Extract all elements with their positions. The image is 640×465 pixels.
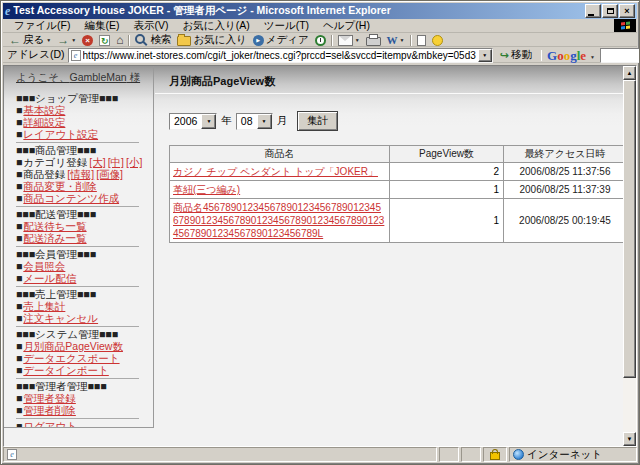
sidebar-link-product-edit-delete[interactable]: 商品変更・削除 [23, 180, 97, 192]
stop-button[interactable]: × [79, 34, 96, 47]
aggregate-button[interactable]: 集計 [297, 111, 338, 131]
period-form: 2006 ▼ 年 08 ▼ 月 集計 [169, 111, 623, 131]
sidebar-link-basic-settings[interactable]: 基本設定 [23, 104, 65, 116]
bullet-icon: ■ [16, 104, 22, 116]
sidebar-link-order-cancel[interactable]: 注文キャンセル [23, 312, 98, 324]
scroll-down-button[interactable]: ▼ [623, 432, 636, 446]
scroll-up-button[interactable]: ▲ [623, 66, 636, 80]
chevron-down-icon: ▼ [46, 37, 51, 43]
go-arrow-icon: ↪ [500, 49, 509, 62]
search-icon [135, 34, 145, 44]
google-letter: e [580, 48, 586, 63]
product-link[interactable]: カジノ チップ ペンダント トップ「JOKER」 [173, 166, 378, 177]
sidebar-header-admin-management: ■■■管理者管理■■■ [16, 380, 149, 392]
sidebar-link-member-inquiry[interactable]: 会員照会 [23, 260, 65, 272]
bullet-icon: ■ [16, 392, 22, 404]
welcome-user-link[interactable]: GambleMan [69, 71, 126, 83]
address-dropdown-button[interactable]: ▼ [478, 49, 492, 62]
sidebar-link-layout-settings[interactable]: レイアウト設定 [23, 128, 98, 140]
favorites-button[interactable]: お気に入り [174, 34, 249, 47]
word-edit-icon: W [387, 35, 398, 46]
minimize-button[interactable] [585, 4, 601, 18]
home-button[interactable]: ⌂ [113, 34, 126, 47]
welcome-text: ようこそ、GambleMan 様 [16, 71, 149, 83]
go-button[interactable]: ↪ 移動 [496, 48, 536, 63]
sidebar-item-logout: ■ログアウト [16, 420, 149, 428]
sidebar-header-shop-management: ■■■ショップ管理■■■ [16, 92, 149, 104]
chevron-down-icon: ▼ [482, 52, 487, 58]
bullet-icon: ■ [16, 272, 22, 284]
sidebar-link-data-import[interactable]: データインポート [23, 364, 108, 376]
status-security-section [483, 447, 507, 462]
refresh-button[interactable]: ↻ [96, 34, 113, 47]
maximize-button[interactable] [602, 4, 618, 18]
google-search-input[interactable]: ▼ [600, 48, 640, 63]
menu-file[interactable]: ファイル(F) [7, 19, 77, 33]
sidebar-link-shipping-done[interactable]: 配送済み一覧 [23, 232, 86, 244]
sidebar-link-mail-delivery[interactable]: メール配信 [23, 272, 76, 284]
toolbar: ← 戻る ▼ → ▼ × ↻ ⌂ 検索 お気に入り ▶ メディア ▼ [3, 34, 637, 47]
product-link[interactable]: 商品名4567890123456789012345678901234567890… [173, 202, 384, 239]
sidebar-item-shipping-waiting: ■配送待ち一覧 [16, 220, 149, 232]
edit-button[interactable]: W ▼ [384, 34, 408, 47]
menu-tools[interactable]: ツール(T) [257, 19, 316, 33]
close-button[interactable]: × [619, 4, 635, 18]
media-icon: ▶ [253, 35, 264, 46]
forward-button[interactable]: → ▼ [54, 34, 79, 47]
sidebar-item-category-register: ■カテゴリ登録[大][中][小] [16, 156, 149, 168]
menu-view[interactable]: 表示(V) [126, 19, 175, 33]
page-title: 月別商品PageView数 [155, 66, 623, 94]
sidebar-link-admin-delete[interactable]: 管理者削除 [23, 404, 76, 416]
sidebar-link-product-info[interactable]: [情報] [67, 168, 94, 180]
sidebar-link-data-export[interactable]: データエクスポート [23, 352, 119, 364]
vertical-scrollbar[interactable]: ▲ ▼ [623, 66, 636, 446]
sidebar-link-detail-settings[interactable]: 詳細設定 [23, 116, 65, 128]
menu-bar: ファイル(F) 編集(E) 表示(V) お気に入り(A) ツール(T) ヘルプ(… [3, 19, 637, 33]
google-letter: G [547, 48, 557, 63]
sidebar-header-member-management: ■■■会員管理■■■ [16, 248, 149, 260]
search-button[interactable]: 検索 [132, 34, 174, 47]
sidebar-link-category-large[interactable]: [大] [89, 156, 105, 168]
sidebar-divider [16, 246, 139, 247]
address-input[interactable]: e https://www.inet-stores.com/cgi/t_joke… [68, 48, 493, 63]
discuss-button[interactable] [414, 34, 429, 47]
column-header-pageviews: PageView数 [390, 146, 504, 163]
sidebar-header-sales-management: ■■■売上管理■■■ [16, 288, 149, 300]
sidebar-link-product-image[interactable]: [画像] [96, 168, 123, 180]
refresh-icon: ↻ [99, 35, 110, 46]
sidebar-link-monthly-pageview[interactable]: 月別商品PageView数 [23, 340, 123, 352]
menu-favorites[interactable]: お気に入り(A) [175, 19, 256, 33]
year-select[interactable]: 2006 ▼ [169, 113, 217, 130]
product-link[interactable]: 革紐(三つ編み) [173, 184, 240, 195]
sidebar-link-shipping-waiting[interactable]: 配送待ち一覧 [23, 220, 86, 232]
sidebar-link-category-medium[interactable]: [中] [108, 156, 124, 168]
sidebar-link-category-small[interactable]: [小] [126, 156, 142, 168]
scrollbar-thumb[interactable] [623, 80, 636, 378]
sidebar-link-admin-register[interactable]: 管理者登録 [23, 392, 76, 404]
window-title: Test Accessory House JOKER - 管理者用ページ - M… [13, 4, 582, 18]
favorites-label: お気に入り [193, 33, 246, 47]
chevron-down-icon[interactable]: ▼ [257, 114, 272, 129]
sidebar-link-sales-summary[interactable]: 売上集計 [23, 300, 65, 312]
toolbar-separator [410, 35, 412, 46]
messenger-button[interactable] [429, 34, 446, 47]
sidebar-link-logout[interactable]: ログアウト [23, 420, 77, 428]
last-access-value: 2006/08/25 11:37:56 [504, 163, 627, 181]
back-icon: ← [9, 35, 21, 46]
month-select[interactable]: 08 ▼ [236, 113, 273, 130]
welcome-prefix: ようこそ、 [16, 71, 69, 83]
sidebar: ようこそ、GambleMan 様 ■■■ショップ管理■■■ ■基本設定 ■詳細設… [4, 66, 154, 428]
media-button[interactable]: ▶ メディア [250, 34, 312, 47]
mail-button[interactable]: ▼ [335, 34, 363, 47]
product-register-label: 商品登録 [23, 168, 65, 180]
toolbar-separator [541, 50, 542, 61]
menu-help[interactable]: ヘルプ(H) [316, 19, 377, 33]
sidebar-link-product-content-create[interactable]: 商品コンテンツ作成 [23, 192, 119, 204]
back-button[interactable]: ← 戻る ▼ [6, 34, 54, 47]
menu-edit[interactable]: 編集(E) [77, 19, 126, 33]
print-button[interactable] [363, 34, 384, 47]
sidebar-divider [16, 378, 139, 379]
history-button[interactable] [312, 34, 329, 47]
google-menu-chevron-icon[interactable]: ▼ [590, 54, 595, 60]
chevron-down-icon[interactable]: ▼ [201, 114, 216, 129]
